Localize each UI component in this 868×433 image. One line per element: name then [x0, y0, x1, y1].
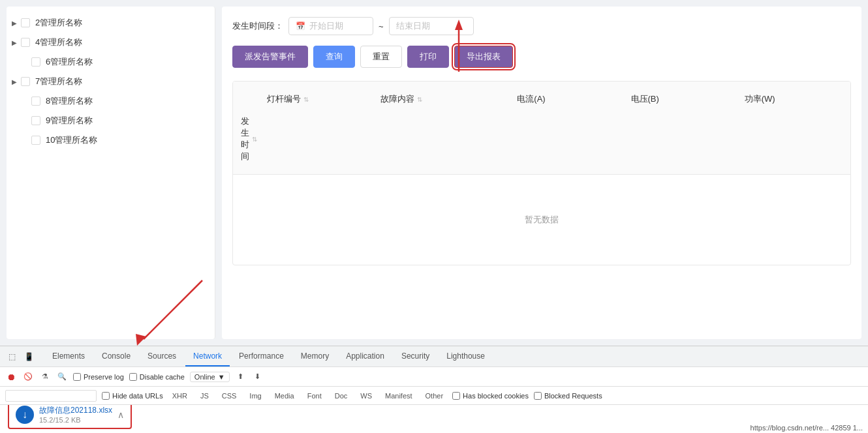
network-filter-input[interactable] [5, 390, 97, 402]
end-date-placeholder: 结束日期 [396, 20, 430, 32]
checkbox-10[interactable] [31, 136, 40, 145]
clear-icon[interactable]: 🚫 [22, 371, 34, 383]
checkbox-2[interactable] [21, 18, 30, 27]
th-power: 功率(W) [737, 88, 850, 110]
download-filename: 故障信息202118.xlsx [39, 405, 112, 416]
devtools-tabs: ⬚ 📱 Elements Console Sources Network Per… [0, 346, 868, 367]
checkbox-8[interactable] [31, 97, 40, 106]
th-pole-id: 灯杆编号 ⇅ [259, 88, 373, 110]
devtools-inspect-icon[interactable]: ⬚ [5, 350, 18, 363]
disable-cache-input[interactable] [129, 373, 137, 381]
tab-console[interactable]: Console [94, 346, 138, 366]
th-fault-content: 故障内容 ⇅ [373, 88, 509, 110]
devtools-content: ↓ 故障信息202118.xlsx 15.2/15.2 KB ∧ https:/… [0, 405, 868, 433]
sidebar-item-9[interactable]: 9管理所名称 [7, 111, 215, 130]
th-current: 电流(A) [509, 88, 623, 110]
query-button[interactable]: 查询 [313, 46, 355, 68]
sort-icon-pole[interactable]: ⇅ [303, 96, 309, 103]
devtools-toolbar: ⏺ 🚫 ⚗ 🔍 Preserve log Disable cache Onlin… [0, 367, 868, 387]
btn-row: 派发告警事件 查询 重置 打印 导出报表 [232, 46, 851, 68]
sidebar-item-4[interactable]: ▶ 4管理所名称 [7, 33, 215, 52]
export-btn-wrapper: 导出报表 [454, 46, 513, 68]
sidebar-item-label-4: 4管理所名称 [35, 37, 82, 48]
filter-icon[interactable]: ⚗ [39, 371, 51, 383]
filter-manifest[interactable]: Manifest [381, 391, 416, 401]
tab-memory[interactable]: Memory [293, 346, 337, 366]
sidebar-item-label-2: 2管理所名称 [35, 17, 82, 29]
checkbox-7[interactable] [21, 77, 30, 86]
download-item[interactable]: ↓ 故障信息202118.xlsx 15.2/15.2 KB ∧ [8, 405, 132, 429]
preserve-log-checkbox[interactable]: Preserve log [73, 373, 124, 381]
download-file-icon: ↓ [16, 406, 34, 424]
search-icon[interactable]: 🔍 [56, 371, 68, 383]
preserve-log-input[interactable] [73, 373, 81, 381]
sidebar-item-8[interactable]: 8管理所名称 [7, 91, 215, 111]
sidebar: ▶ 2管理所名称 ▶ 4管理所名称 6管理所名称 ▶ 7管理所名称 8管理所名称 [7, 7, 215, 339]
checkbox-4[interactable] [21, 38, 30, 47]
download-bar: ↓ 故障信息202118.xlsx 15.2/15.2 KB ∧ [3, 405, 137, 432]
export-button[interactable]: 导出报表 [454, 46, 513, 68]
filter-doc[interactable]: Doc [331, 391, 352, 401]
chevron-down-icon: ▼ [218, 373, 225, 381]
sort-icon-fault[interactable]: ⇅ [417, 96, 422, 103]
expand-arrow-7: ▶ [12, 78, 18, 85]
status-bar: https://blog.csdn.net/re... 42859 1... [751, 424, 863, 432]
table-empty-state: 暂无数据 [233, 175, 850, 265]
filter-img[interactable]: Img [245, 391, 265, 401]
sidebar-item-10[interactable]: 10管理所名称 [7, 130, 215, 150]
hide-data-urls-checkbox[interactable]: Hide data URLs [102, 392, 163, 400]
has-blocked-cookies-input[interactable] [452, 392, 460, 400]
end-date-input[interactable]: 结束日期 [389, 17, 474, 35]
tab-security[interactable]: Security [394, 346, 437, 366]
sidebar-item-7[interactable]: ▶ 7管理所名称 [7, 72, 215, 91]
filter-font[interactable]: Font [303, 391, 326, 401]
download-expand-btn[interactable]: ∧ [117, 410, 124, 420]
sidebar-item-label-6: 6管理所名称 [46, 56, 93, 68]
content-area: 发生时间段： 📅 开始日期 ~ 结束日期 派发告警事件 查询 重置 打印 导出报… [222, 7, 861, 339]
export-icon[interactable]: ⬇ [252, 371, 264, 383]
tab-lighthouse[interactable]: Lighthouse [439, 346, 493, 366]
checkbox-6[interactable] [31, 57, 40, 67]
filter-media[interactable]: Media [271, 391, 298, 401]
filter-xhr[interactable]: XHR [168, 391, 191, 401]
checkbox-9[interactable] [31, 116, 40, 125]
tab-performance[interactable]: Performance [231, 346, 292, 366]
tab-elements[interactable]: Elements [44, 346, 93, 366]
table-header: 灯杆编号 ⇅ 故障内容 ⇅ 电流(A) 电压(B) 功率(W) [233, 82, 850, 175]
download-size: 15.2/15.2 KB [39, 416, 112, 424]
devtools-panel: ⬚ 📱 Elements Console Sources Network Per… [0, 346, 868, 433]
record-icon[interactable]: ⏺ [5, 371, 17, 383]
tab-network[interactable]: Network [185, 346, 230, 366]
print-button[interactable]: 打印 [407, 46, 449, 68]
blocked-requests-checkbox[interactable]: Blocked Requests [534, 392, 602, 400]
sidebar-item-6[interactable]: 6管理所名称 [7, 52, 215, 72]
blocked-requests-input[interactable] [534, 392, 542, 400]
tab-sources[interactable]: Sources [140, 346, 184, 366]
th-time: 发生时间 ⇅ [233, 110, 259, 168]
filter-other[interactable]: Other [422, 391, 448, 401]
sort-icon-time[interactable]: ⇅ [252, 136, 257, 143]
online-selector[interactable]: Online ▼ [190, 372, 230, 382]
sidebar-item-2[interactable]: ▶ 2管理所名称 [7, 13, 215, 33]
sidebar-item-label-7: 7管理所名称 [35, 76, 82, 87]
filter-ws[interactable]: WS [356, 391, 376, 401]
reset-button[interactable]: 重置 [360, 46, 402, 68]
start-date-input[interactable]: 📅 开始日期 [288, 17, 373, 35]
devtools-filter-row: Hide data URLs XHR JS CSS Img Media Font… [0, 387, 868, 405]
expand-arrow-2: ▶ [12, 20, 18, 27]
filter-js[interactable]: JS [196, 391, 213, 401]
filter-css[interactable]: CSS [218, 391, 241, 401]
calendar-icon: 📅 [296, 22, 305, 31]
has-blocked-cookies-checkbox[interactable]: Has blocked cookies [452, 392, 529, 400]
date-filter-label: 发生时间段： [232, 20, 283, 32]
dispatch-button[interactable]: 派发告警事件 [232, 46, 308, 68]
sidebar-item-label-8: 8管理所名称 [46, 95, 93, 107]
sidebar-item-label-10: 10管理所名称 [46, 134, 97, 146]
data-table: 灯杆编号 ⇅ 故障内容 ⇅ 电流(A) 电压(B) 功率(W) [232, 81, 851, 265]
devtools-mobile-icon[interactable]: 📱 [22, 350, 35, 363]
disable-cache-checkbox[interactable]: Disable cache [129, 373, 185, 381]
sidebar-item-label-9: 9管理所名称 [46, 115, 93, 127]
tab-application[interactable]: Application [338, 346, 392, 366]
hide-data-urls-input[interactable] [102, 392, 110, 400]
import-icon[interactable]: ⬆ [235, 371, 247, 383]
